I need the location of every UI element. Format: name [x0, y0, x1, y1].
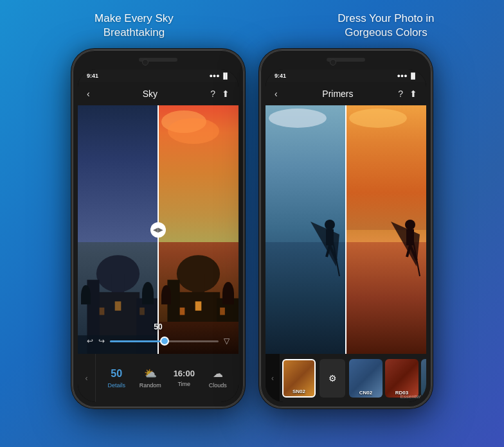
toolbar-item-time[interactable]: 16:00 Time — [170, 369, 199, 387]
svg-point-23 — [405, 220, 415, 230]
svg-rect-6 — [100, 308, 105, 315]
toolbar-items: 50 Details ⛅ Random 16:00 Time — [96, 354, 239, 402]
photo-divider-2[interactable] — [345, 105, 346, 354]
svg-rect-7 — [140, 308, 145, 315]
filter-item-nn03[interactable]: NN03 — [421, 359, 426, 398]
phone-primers-screen: 9:41 ●●● ▐▌ ‹ Primers ? ⬆ — [266, 69, 426, 402]
toolbar-item-clouds[interactable]: ☁ Clouds — [203, 367, 232, 389]
photo-fisherman-right — [346, 105, 426, 354]
filter-label-cn02: CN02 — [349, 390, 382, 396]
toolbar-item-details[interactable]: 50 Details — [102, 368, 131, 389]
right-header-title: Dress Your Photo in Gorgeous Colors — [338, 12, 434, 40]
back-button-2[interactable]: ‹ — [274, 89, 278, 99]
slider-bar[interactable]: ↩ ↪ ▽ — [87, 335, 230, 347]
filter-thumb-rd03: RD03 — [385, 359, 419, 398]
toolbar-item-random[interactable]: ⛅ Random — [136, 367, 165, 389]
divider-handle[interactable]: ◀▶ — [150, 222, 166, 238]
bottom-toolbar-sky: ‹ 50 Details ⛅ Random 16:00 — [78, 354, 239, 402]
svg-point-17 — [325, 220, 335, 230]
nav-title-primers: Primers — [322, 89, 353, 99]
fisherman-left-svg — [304, 215, 343, 279]
filter-thumb-sn02: SN02 — [282, 359, 316, 398]
filter-items: SN02 ⚙ CN02 — [280, 359, 426, 398]
filter-left-arrow[interactable]: ‹ — [266, 354, 280, 402]
status-time-2: 9:41 — [274, 73, 286, 79]
filter-label-nn03: NN03 — [421, 390, 426, 396]
svg-rect-16 — [220, 308, 225, 315]
nav-icons: ? ⬆ — [210, 89, 230, 99]
filter-strip: ‹ SN02 ⚙ CN02 — [266, 354, 426, 402]
essential-label: Essential — [401, 394, 421, 399]
status-bar: 9:41 ●●● ▐▌ — [78, 69, 239, 82]
toolbar-left-arrow[interactable]: ‹ — [78, 354, 96, 402]
nav-bar-sky: ‹ Sky ? ⬆ — [78, 82, 239, 105]
photo-divider[interactable]: ◀▶ — [158, 105, 159, 354]
photo-area-primers — [266, 105, 426, 354]
filter-item-rd03[interactable]: RD03 — [385, 359, 419, 398]
slider-track[interactable] — [110, 340, 219, 342]
svg-rect-5 — [115, 301, 122, 310]
svg-rect-15 — [180, 308, 185, 315]
status-bar-2: 9:41 ●●● ▐▌ — [266, 69, 426, 82]
svg-rect-14 — [195, 301, 202, 310]
filter-label-sn02: SN02 — [284, 389, 314, 394]
photo-right-sky — [158, 105, 239, 354]
photo-area-sky: ◀▶ 50 ↩ ↪ ▽ — [78, 105, 239, 354]
help-button[interactable]: ? — [210, 89, 215, 99]
status-icons: ●●● ▐▌ — [209, 73, 230, 79]
left-header-title: Make Every Sky Breathtaking — [69, 12, 198, 40]
time-label: Time — [177, 381, 190, 387]
clouds-label: Clouds — [209, 382, 227, 389]
filter-settings-icon: ⚙ — [328, 373, 337, 383]
slider-redo[interactable]: ↪ — [98, 337, 105, 346]
details-label: Details — [107, 382, 125, 389]
help-button-2[interactable]: ? — [398, 89, 403, 99]
phone-primers: 9:41 ●●● ▐▌ ‹ Primers ? ⬆ — [259, 49, 433, 408]
slider-undo[interactable]: ↩ — [87, 337, 93, 346]
cathedral-svg — [78, 193, 158, 354]
random-icon: ⛅ — [144, 367, 157, 380]
back-button[interactable]: ‹ — [87, 89, 90, 99]
nav-title-sky: Sky — [143, 89, 158, 99]
status-time: 9:41 — [87, 73, 98, 79]
filter-item-cn02[interactable]: CN02 — [349, 359, 382, 398]
photo-fisherman-left — [266, 105, 346, 354]
status-icons-2: ●●● ▐▌ — [397, 73, 417, 79]
clouds-icon: ☁ — [213, 367, 223, 380]
filter-item-sn02[interactable]: SN02 — [282, 359, 316, 398]
slider-thumb[interactable] — [160, 337, 169, 346]
slider-fill — [110, 340, 165, 342]
share-button-2[interactable]: ⬆ — [410, 89, 417, 99]
time-value: 16:00 — [174, 369, 195, 378]
phone-sky-screen: 9:41 ●●● ▐▌ ‹ Sky ? ⬆ — [78, 69, 239, 402]
details-value: 50 — [111, 368, 122, 380]
photo-left-sky — [78, 105, 158, 354]
phone-sky: 9:41 ●●● ▐▌ ‹ Sky ? ⬆ — [71, 49, 245, 408]
fisherman-right-svg — [384, 215, 423, 279]
nav-icons-2: ? ⬆ — [398, 89, 417, 99]
random-label: Random — [140, 382, 161, 389]
filter-thumb-cn02: CN02 — [349, 359, 382, 398]
slider-end-icon: ▽ — [224, 337, 230, 346]
filter-settings[interactable]: ⚙ — [320, 359, 345, 398]
slider-value-display: 50 — [154, 322, 162, 331]
filter-thumb-nn03: NN03 — [421, 359, 426, 398]
share-button[interactable]: ⬆ — [222, 89, 230, 99]
nav-bar-primers: ‹ Primers ? ⬆ — [266, 82, 426, 105]
phones-container: 9:41 ●●● ▐▌ ‹ Sky ? ⬆ — [71, 49, 433, 408]
